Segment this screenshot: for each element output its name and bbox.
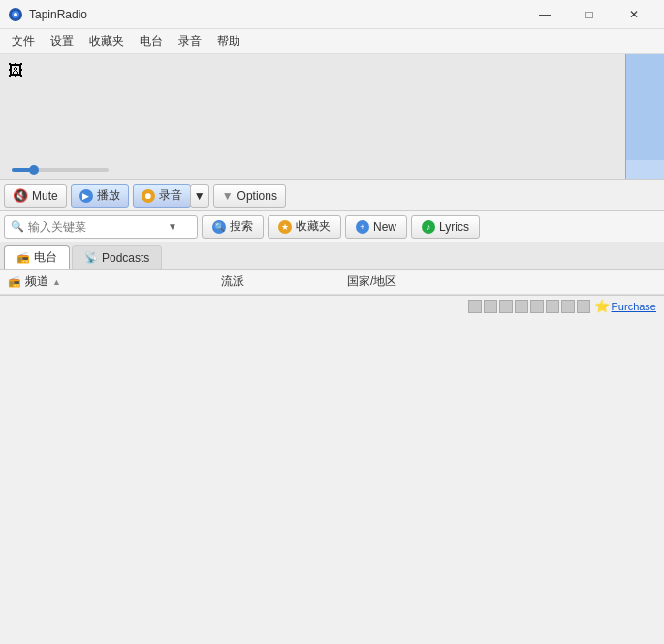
menu-bar: 文件 设置 收藏夹 电台 录音 帮助 [0, 29, 664, 54]
header-country-label: 国家/地区 [347, 274, 396, 290]
right-panel-top [626, 54, 664, 160]
player-area: 🖼 [0, 54, 664, 180]
speaker-icon: 🔇 [13, 188, 28, 203]
options-label: Options [237, 189, 277, 203]
search-mag-icon: 🔍 [11, 220, 24, 233]
app-icon [8, 7, 23, 22]
title-bar-controls: — □ ✕ [522, 0, 656, 29]
status-icon-5 [530, 300, 544, 313]
search-input-wrapper: 🔍 ▼ [4, 215, 198, 239]
toolbar: 🔇 Mute ▶ 播放 ⏺ 录音 ▼ ▼ Options [0, 180, 664, 211]
search-button-icon: 🔍 [212, 220, 226, 234]
close-button[interactable]: ✕ [612, 0, 656, 29]
header-genre-label: 流派 [221, 274, 244, 290]
status-icon-6 [546, 300, 559, 313]
title-bar-left: TapinRadio [8, 7, 87, 22]
search-dropdown-arrow[interactable]: ▼ [168, 221, 177, 232]
favorites-button[interactable]: ★ 收藏夹 [268, 215, 341, 239]
record-dropdown-button[interactable]: ▼ [190, 184, 209, 208]
right-panel [625, 54, 664, 179]
tabs-bar: 📻 电台 📡 Podcasts [0, 242, 664, 270]
play-button[interactable]: ▶ 播放 [71, 184, 129, 208]
tab-radio[interactable]: 📻 电台 [4, 245, 70, 269]
new-label: New [373, 220, 396, 234]
volume-thumb[interactable] [29, 165, 39, 175]
radio-header-icon: 📻 [8, 275, 21, 288]
menu-station[interactable]: 电台 [132, 30, 171, 52]
favorites-icon: ★ [278, 220, 292, 234]
table-area: 📻 频道 ▲ 流派 国家/地区 [0, 270, 664, 295]
lyrics-label: Lyrics [439, 220, 469, 234]
menu-settings[interactable]: 设置 [43, 30, 81, 52]
status-icon-7 [561, 300, 575, 313]
minimize-button[interactable]: — [522, 0, 567, 29]
tab-radio-label: 电台 [34, 249, 57, 266]
lyrics-icon: ♪ [422, 220, 435, 234]
volume-slider-area [8, 168, 617, 172]
status-icon-2 [484, 300, 497, 313]
status-icon-3 [499, 300, 513, 313]
maximize-button[interactable]: □ [567, 0, 612, 29]
radio-tab-icon: 📻 [16, 251, 30, 265]
menu-favorites[interactable]: 收藏夹 [81, 30, 132, 52]
status-icon-1 [468, 300, 482, 313]
header-channel[interactable]: 📻 频道 ▲ [8, 274, 221, 290]
search-bar: 🔍 ▼ 🔍 搜索 ★ 收藏夹 + New ♪ Lyrics [0, 211, 664, 242]
sort-icon: ▲ [52, 277, 61, 287]
mute-button[interactable]: 🔇 Mute [4, 184, 67, 208]
new-icon: + [356, 220, 369, 234]
header-genre[interactable]: 流派 [221, 274, 347, 290]
play-label: 播放 [97, 187, 120, 204]
favorites-label: 收藏夹 [296, 218, 331, 235]
record-button[interactable]: ⏺ 录音 [133, 184, 191, 208]
header-country[interactable]: 国家/地区 [347, 274, 656, 290]
volume-track[interactable] [12, 168, 109, 172]
lyrics-button[interactable]: ♪ Lyrics [411, 215, 480, 239]
menu-help[interactable]: 帮助 [209, 30, 248, 52]
status-bar: ⭐ Purchase [0, 295, 664, 316]
status-icon-4 [515, 300, 528, 313]
record-icon: ⏺ [142, 189, 155, 203]
options-arrow-icon: ▼ [222, 189, 234, 203]
status-icon-8 [577, 300, 590, 313]
podcasts-tab-icon: 📡 [84, 251, 98, 264]
options-button[interactable]: ▼ Options [213, 184, 286, 208]
mute-label: Mute [32, 189, 58, 203]
purchase-link[interactable]: Purchase [612, 301, 656, 312]
search-button[interactable]: 🔍 搜索 [202, 215, 264, 239]
tab-podcasts[interactable]: 📡 Podcasts [72, 245, 162, 269]
record-label: 录音 [159, 187, 182, 204]
svg-point-2 [14, 13, 17, 16]
volume-fill [12, 168, 31, 172]
header-channel-label: 频道 [25, 274, 48, 290]
search-input[interactable] [28, 220, 164, 234]
station-image-icon: 🖼 [8, 62, 23, 80]
status-icons [468, 300, 590, 313]
player-main: 🖼 [0, 54, 625, 179]
tab-podcasts-label: Podcasts [102, 251, 149, 265]
table-header: 📻 频道 ▲ 流派 国家/地区 [0, 270, 664, 295]
menu-record[interactable]: 录音 [171, 30, 209, 52]
search-label: 搜索 [230, 218, 253, 235]
purchase-star-icon: ⭐ [594, 299, 610, 313]
title-bar: TapinRadio — □ ✕ [0, 0, 664, 29]
right-panel-bottom [626, 160, 664, 179]
app-title: TapinRadio [29, 8, 87, 21]
new-button[interactable]: + New [345, 215, 407, 239]
menu-file[interactable]: 文件 [4, 30, 43, 52]
play-icon: ▶ [79, 189, 93, 203]
